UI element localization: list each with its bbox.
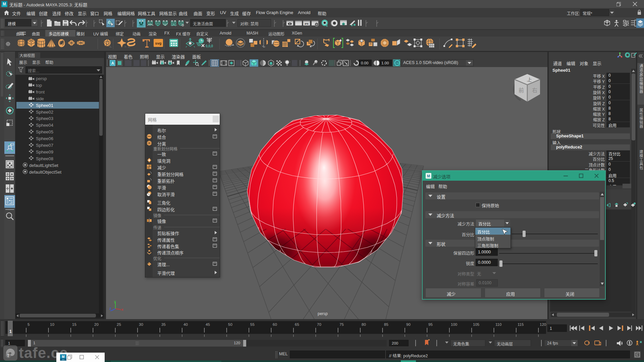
svg-text:0,0,0: 0,0,0	[206, 44, 213, 48]
svg-text:CM: CM	[395, 62, 399, 64]
svg-text:M: M	[3, 2, 6, 6]
svg-text:A: A	[111, 61, 114, 66]
svg-text:右: 右	[532, 87, 537, 93]
svg-text:z: z	[109, 306, 111, 310]
svg-text:M: M	[62, 355, 64, 359]
svg-text:MA: MA	[62, 359, 65, 361]
svg-text:svg: svg	[155, 41, 162, 45]
svg-text:X: X	[326, 24, 328, 27]
svg-text:上: 上	[527, 76, 532, 83]
svg-text:x: x	[121, 307, 123, 311]
svg-text:M: M	[427, 174, 430, 178]
svg-text:y: y	[114, 299, 116, 303]
svg-text:IPR: IPR	[305, 23, 309, 25]
svg-text:前: 前	[519, 87, 524, 93]
